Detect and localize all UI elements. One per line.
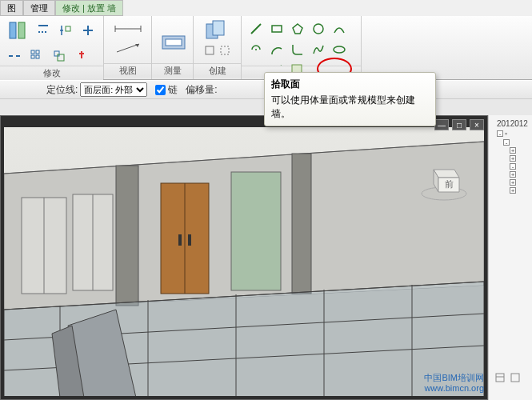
- view-close-icon[interactable]: ×: [470, 119, 484, 130]
- panel-icon-1[interactable]: [494, 371, 506, 384]
- svg-point-28: [255, 49, 257, 50]
- panel-label-measure: 测量: [152, 63, 193, 78]
- project-browser[interactable]: 2012012 -▫ - + + - + + +: [488, 115, 532, 400]
- arc-center-icon[interactable]: [246, 40, 266, 59]
- panel-draw: [242, 16, 362, 79]
- svg-rect-37: [116, 166, 138, 306]
- tree-plus-icon[interactable]: +: [510, 155, 516, 162]
- 3d-scene[interactable]: [4, 127, 484, 396]
- svg-marker-26: [293, 24, 302, 34]
- panel-measure: 测量: [152, 16, 194, 79]
- trim-icon[interactable]: [78, 21, 98, 40]
- panel-view: 视图: [104, 16, 152, 79]
- small-select-icon[interactable]: [218, 43, 232, 58]
- offset-icon[interactable]: [34, 21, 53, 40]
- svg-rect-25: [272, 26, 282, 32]
- svg-rect-0: [10, 22, 16, 38]
- circle-icon[interactable]: [309, 19, 328, 38]
- ribbon: ▾ 修改 视图 测量 创建: [0, 16, 532, 80]
- menu-tabs: 图 管理 修改 | 放置 墙: [0, 0, 532, 16]
- svg-point-29: [334, 46, 345, 53]
- view-min-icon[interactable]: —: [434, 119, 449, 130]
- tab-manage[interactable]: 管理: [23, 0, 55, 16]
- svg-rect-45: [178, 234, 182, 246]
- panel-label-modify: 修改: [0, 66, 103, 80]
- rect-icon[interactable]: [267, 19, 286, 38]
- line-icon[interactable]: [246, 19, 266, 38]
- tree-plus-icon[interactable]: +: [510, 147, 516, 154]
- svg-line-24: [251, 24, 261, 34]
- locate-label: 定位线:: [46, 83, 78, 97]
- tree-plus-icon[interactable]: +: [510, 187, 516, 194]
- svg-rect-19: [166, 39, 182, 46]
- panel-label-view: 视图: [104, 63, 151, 78]
- svg-line-16: [117, 44, 139, 52]
- tooltip-body: 可以使用体量面或常规模型来创建墙。: [271, 94, 415, 119]
- svg-rect-47: [231, 172, 281, 290]
- split-icon[interactable]: [5, 46, 24, 66]
- chain-label: 链: [168, 83, 178, 97]
- svg-rect-8: [36, 50, 39, 54]
- mirror-icon[interactable]: [56, 21, 75, 40]
- tree-plus-icon[interactable]: +: [510, 171, 516, 178]
- svg-rect-22: [206, 46, 214, 54]
- polygon-icon[interactable]: [288, 19, 307, 38]
- svg-rect-7: [31, 50, 34, 54]
- tree-root[interactable]: 2012012: [490, 118, 530, 129]
- ellipse-icon[interactable]: [330, 40, 349, 59]
- tree-minus-icon[interactable]: -: [503, 139, 510, 146]
- svg-rect-12: [58, 54, 64, 61]
- svg-point-27: [314, 24, 323, 34]
- fillet-arc-icon[interactable]: [288, 40, 307, 59]
- arc-tangent-icon[interactable]: [267, 40, 286, 59]
- measure-icon[interactable]: [157, 23, 190, 58]
- tab-tu[interactable]: 图: [0, 0, 23, 16]
- tree-minus-icon[interactable]: -: [497, 130, 503, 137]
- small-box-icon[interactable]: [202, 43, 217, 58]
- svg-rect-9: [31, 55, 34, 58]
- svg-rect-38: [292, 154, 311, 294]
- spline-icon[interactable]: [309, 40, 328, 59]
- tree-minus-icon[interactable]: -: [510, 163, 516, 170]
- pin-icon[interactable]: [72, 46, 91, 66]
- panel-modify: ▾ 修改: [0, 16, 104, 79]
- svg-rect-11: [54, 51, 59, 56]
- svg-rect-21: [213, 21, 224, 35]
- chain-checkbox[interactable]: [155, 85, 166, 95]
- tree-plus-icon[interactable]: +: [510, 179, 516, 186]
- create-group-icon[interactable]: [200, 18, 235, 43]
- dimension-arrow-icon[interactable]: [112, 38, 144, 58]
- panel-icon-2[interactable]: [509, 371, 522, 384]
- view-area: — □ ×: [0, 115, 488, 400]
- svg-rect-46: [188, 234, 191, 246]
- panel-label-create: 创建: [194, 63, 241, 78]
- svg-rect-10: [36, 55, 39, 58]
- array-icon[interactable]: [27, 46, 46, 66]
- offset-label: 偏移量:: [186, 83, 217, 97]
- arc-start-icon[interactable]: [330, 19, 349, 38]
- tab-modify-wall[interactable]: 修改 | 放置 墙: [55, 0, 123, 16]
- align-icon[interactable]: [5, 18, 30, 43]
- view-max-icon[interactable]: □: [452, 119, 466, 130]
- panel-create: 创建: [194, 16, 242, 79]
- scale-icon[interactable]: [50, 46, 69, 66]
- dimension-icon[interactable]: [112, 21, 144, 37]
- tooltip: 拾取面 可以使用体量面或常规模型来创建墙。: [264, 72, 436, 126]
- svg-rect-4: [66, 26, 70, 31]
- svg-rect-1: [18, 22, 25, 38]
- svg-rect-64: [496, 374, 504, 382]
- locate-select[interactable]: 面层面: 外部: [80, 82, 147, 97]
- tree-node-icon: ▫: [505, 130, 507, 138]
- tooltip-title: 拾取面: [271, 78, 429, 91]
- svg-rect-23: [221, 46, 229, 54]
- svg-rect-66: [511, 374, 519, 382]
- view-window-controls: — □ ×: [434, 119, 484, 130]
